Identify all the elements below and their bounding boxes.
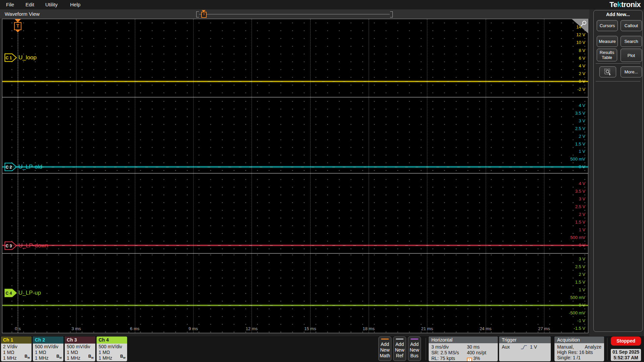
channel-badge-title: Ch 1 — [1, 337, 32, 344]
add-new-math-button[interactable]: AddNewMath — [378, 337, 391, 361]
time-axis-label: 6 ms — [120, 326, 150, 331]
trigger-marker-icon[interactable]: T — [14, 22, 21, 30]
add-new-bus-button[interactable]: AddNewBus — [408, 337, 421, 361]
more-button[interactable]: More... — [621, 66, 642, 77]
scale-label: 2 V — [552, 134, 585, 139]
major-gridline — [76, 19, 76, 333]
channel-1-trace — [2, 81, 588, 82]
accent-bar — [411, 339, 418, 340]
scale-label: 3 V — [552, 119, 585, 123]
menu-item-file[interactable]: File — [6, 0, 14, 9]
add-new-line: Math — [379, 353, 391, 359]
oscilloscope-app: FileEditUtilityHelp Tektronix Waveform V… — [0, 0, 644, 362]
bottom-settings-bar: Ch 12 V/div1 MΩ1 MHzBwCh 2500 mV/div1 MΩ… — [0, 336, 644, 362]
plot-button[interactable]: Plot — [621, 49, 642, 62]
menu-item-utility[interactable]: Utility — [45, 0, 58, 9]
scale-label: 4 V — [552, 181, 585, 186]
channel-4-trace — [2, 305, 588, 306]
scale-label: 1 V — [552, 149, 585, 154]
results-table-button[interactable]: Results Table — [597, 49, 617, 61]
separator — [426, 338, 426, 360]
acquisition-resolution: High Res: 16 bits — [557, 350, 601, 355]
time-axis-label: 12 ms — [236, 326, 267, 331]
scale-label: -500 mV — [552, 311, 585, 315]
scale-label: 4 V — [552, 64, 585, 68]
channel-1-section: 14 V12 V10 V8 V6 V4 V2 V0 V-2 VU_loopC 1 — [2, 19, 588, 97]
channel-badge-ch1[interactable]: Ch 12 V/div1 MΩ1 MHzBw — [1, 337, 32, 361]
acquisition-single: Single: 1 /1 — [557, 355, 601, 360]
scale-label: 1.5 V — [552, 280, 585, 285]
add-new-ref-button[interactable]: AddNewRef — [393, 337, 406, 361]
major-gridline — [252, 19, 252, 333]
channel-badge-ch4[interactable]: Ch 4500 mV/div1 MΩ1 MHzBw — [97, 337, 127, 361]
bandwidth-limit-icon: Bw — [120, 354, 125, 361]
trigger-position-icon: T — [467, 358, 472, 361]
overview-right-bracket[interactable] — [390, 11, 393, 17]
scale-label: 10 V — [552, 40, 585, 45]
bandwidth-limit-icon: Bw — [24, 354, 30, 361]
major-gridline — [310, 19, 311, 333]
vertical-scale: 500 mV/div — [99, 344, 127, 350]
acquisition-analyze: Analyze — [585, 344, 601, 350]
acquisition-badge[interactable]: Acquisition Manual, Analyze High Res: 16… — [554, 337, 604, 361]
measure-button[interactable]: Measure — [597, 36, 618, 47]
svg-text:C 2: C 2 — [6, 165, 12, 170]
magnifier-icon — [583, 21, 586, 24]
record-length: RL: 75 kpts — [431, 356, 455, 361]
waveform-plot[interactable]: 14 V12 V10 V8 V6 V4 V2 V0 V-2 VU_loopC 1… — [2, 19, 588, 333]
callout-button[interactable]: Callout — [621, 20, 642, 31]
trigger-marker-tail-icon — [16, 30, 20, 33]
section-divider — [2, 97, 588, 98]
trigger-badge[interactable]: Trigger Aux 1 V — [499, 337, 551, 361]
accent-bar — [396, 339, 404, 340]
scale-label: 1 V — [552, 288, 585, 292]
channel-badge-settings: 500 mV/div1 MΩ1 MHzBw — [65, 344, 95, 361]
resolution: 400 ns/pt — [467, 350, 486, 355]
channel-4-label: U_LP-up — [18, 290, 41, 296]
major-gridline — [193, 19, 194, 333]
scale-label: 2.5 V — [552, 204, 585, 209]
svg-text:C 3: C 3 — [6, 244, 12, 248]
menu-item-help[interactable]: Help — [70, 0, 80, 9]
separator — [607, 338, 607, 360]
channel-1-handle[interactable]: C 1 — [4, 53, 17, 62]
menu-item-edit[interactable]: Edit — [25, 0, 34, 9]
acquisition-overview-bar[interactable]: T — [196, 9, 393, 19]
zoom-select-button[interactable] — [599, 66, 616, 77]
channel-badge-ch2[interactable]: Ch 2500 mV/div1 MΩ1 MHzBw — [33, 337, 63, 361]
horizontal-badge[interactable]: Horizontal 3 ms/div 30 ms SR: 2.5 MS/s 4… — [429, 337, 498, 361]
run-stop-status-button[interactable]: Stopped — [611, 337, 641, 346]
scale-label: 2 V — [552, 212, 585, 217]
add-new-line: New — [408, 347, 421, 353]
waveform-view-tab[interactable]: Waveform View T — [0, 9, 589, 19]
channel-badge-settings: 500 mV/div1 MΩ1 MHzBw — [97, 344, 127, 361]
channel-2-handle[interactable]: C 2 — [4, 163, 17, 171]
trigger-level: 1 V — [530, 344, 537, 350]
scale-label: 4 V — [552, 103, 585, 108]
channel-4-section: 3 V2.5 V2 V1.5 V1 V500 mV0 V-500 mV-1 V-… — [2, 253, 588, 333]
scale-label: 2.5 V — [552, 126, 585, 131]
acquisition-title: Acquisition — [554, 337, 604, 343]
time-axis-label: 27 ms — [529, 326, 559, 331]
scale-label: 1.5 V — [552, 142, 585, 146]
channel-badge-title: Ch 3 — [65, 337, 95, 344]
channel-2-label: U_LP-old — [18, 164, 42, 170]
section-divider — [2, 173, 588, 174]
time-axis-label: 3 ms — [61, 326, 91, 331]
channel-3-handle[interactable]: C 3 — [4, 241, 17, 250]
channel-badge-settings: 500 mV/div1 MΩ1 MHzBw — [33, 344, 63, 361]
scale-label: 500 mV — [552, 157, 585, 162]
scale-label: 500 mV — [552, 235, 585, 240]
search-button[interactable]: Search — [621, 36, 642, 47]
vertical-scale: 500 mV/div — [67, 344, 95, 350]
overview-left-bracket[interactable] — [196, 11, 199, 17]
channel-4-handle[interactable]: C 4 — [4, 289, 17, 297]
add-new-panel: Add New... Cursors Callout Measure Searc… — [593, 10, 643, 332]
major-gridline — [427, 19, 427, 333]
major-gridline — [135, 19, 135, 333]
overview-trigger-icon[interactable]: T — [201, 12, 207, 18]
add-new-line: Bus — [408, 353, 421, 359]
cursors-button[interactable]: Cursors — [597, 20, 618, 31]
channel-badge-ch3[interactable]: Ch 3500 mV/div1 MΩ1 MHzBw — [65, 337, 95, 361]
tektronix-logo: Tektronix — [609, 0, 641, 9]
